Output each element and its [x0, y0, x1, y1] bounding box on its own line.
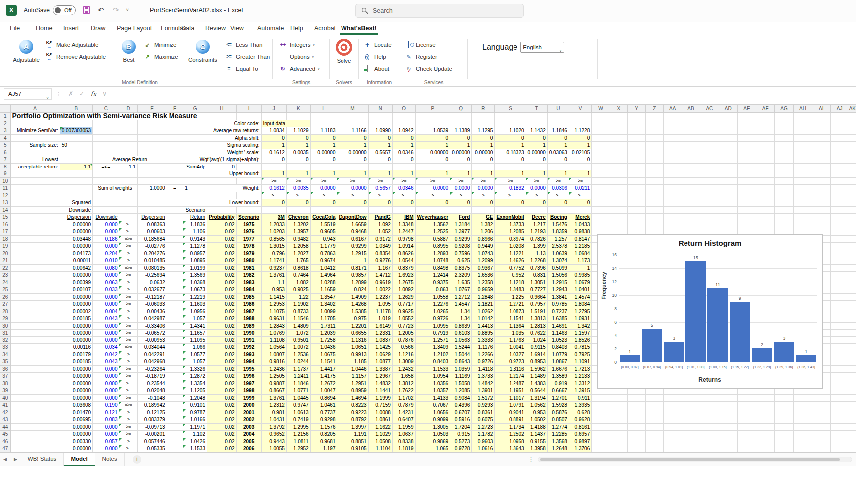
cell-S18[interactable]: 0.8974 — [495, 235, 526, 243]
grid-cell[interactable] — [849, 330, 856, 337]
cell-U28[interactable]: 0.7237 — [547, 308, 569, 315]
cell-T41[interactable]: 1.0562 — [526, 402, 547, 409]
grid-cell[interactable] — [775, 409, 794, 416]
cell-J45[interactable]: 0.9652 — [261, 431, 286, 438]
cell-N42[interactable]: 1.0088 — [368, 409, 392, 416]
cell-G30[interactable]: 1.4341 — [183, 322, 207, 330]
cell-V17[interactable]: 0.9838 — [569, 228, 591, 236]
grid-cell[interactable] — [646, 402, 664, 409]
grid-cell[interactable] — [830, 409, 849, 416]
cell-P19[interactable]: 0.8995 — [415, 243, 450, 250]
grid-cell[interactable] — [830, 293, 849, 301]
cell-K47[interactable]: 1.2952 — [286, 445, 310, 453]
grid-cell[interactable] — [610, 214, 628, 221]
grid-cell[interactable] — [663, 206, 682, 214]
cell-C46[interactable]: 0.057 — [93, 438, 119, 445]
cell-L9[interactable]: 1 — [310, 170, 337, 178]
cell-T12[interactable]: =>= — [526, 192, 547, 199]
grid-cell[interactable] — [167, 250, 183, 257]
cell-M5[interactable]: 1 — [337, 142, 368, 149]
column-header-AB[interactable]: AB — [682, 105, 700, 113]
grid-cell[interactable] — [849, 127, 856, 135]
cell-J20[interactable]: 0.796 — [261, 250, 286, 257]
grid-cell[interactable] — [830, 286, 849, 294]
grid-cell[interactable] — [830, 358, 849, 366]
grid-cell[interactable] — [628, 416, 646, 424]
grid-cell[interactable] — [207, 206, 237, 214]
cell-L10[interactable]: >= — [310, 177, 337, 185]
menu-tab-data[interactable]: Data — [180, 23, 195, 33]
cell-B47[interactable]: 0.00000 — [60, 445, 92, 453]
grid-cell[interactable] — [167, 416, 183, 424]
cell-C30[interactable]: 0.000 — [93, 322, 119, 330]
grid-cell[interactable] — [830, 330, 849, 337]
grid-cell[interactable] — [663, 192, 682, 199]
cell-D41[interactable]: =>= — [119, 402, 137, 409]
cell-Q30[interactable]: 0.8639 — [450, 322, 472, 330]
cell-H18[interactable]: 0.02 — [207, 235, 237, 243]
cell-N22[interactable]: 1.167 — [368, 264, 392, 272]
cell-P3[interactable]: 1.0539 — [415, 127, 450, 135]
cell-H8[interactable]: 0 — [207, 163, 237, 170]
cell-M16[interactable]: 1.6659 — [337, 221, 368, 228]
grid-cell[interactable] — [793, 402, 812, 409]
cell-H27[interactable]: 0.02 — [207, 301, 237, 308]
grid-cell[interactable] — [737, 438, 756, 445]
cell-I35[interactable]: 1994 — [236, 358, 261, 366]
cell-R20[interactable]: 1.0743 — [472, 250, 495, 257]
grid-cell[interactable] — [719, 394, 737, 402]
cell-J22[interactable]: 0.9237 — [261, 264, 286, 272]
cell-P7[interactable]: 0 — [415, 156, 450, 164]
grid-cell[interactable] — [812, 170, 830, 178]
row-header[interactable]: 3 — [0, 127, 11, 135]
cell-T18[interactable]: 0.7826 — [526, 235, 547, 243]
cell-V28[interactable]: 1.2795 — [569, 308, 591, 315]
grid-cell[interactable] — [167, 373, 183, 380]
cell-G14[interactable]: Scenario — [183, 206, 207, 214]
cell-H19[interactable]: 0.02 — [207, 243, 237, 250]
grid-cell[interactable] — [756, 149, 775, 156]
cell-D32[interactable]: >= — [119, 336, 137, 344]
grid-cell[interactable] — [700, 221, 719, 228]
grid-cell[interactable] — [60, 149, 92, 156]
grid-cell[interactable] — [495, 163, 526, 170]
cell-A5[interactable]: Sample size: — [10, 142, 60, 149]
grid-cell[interactable] — [682, 163, 700, 170]
license-button[interactable]: License — [404, 39, 452, 51]
cell-Q46[interactable]: 0.5273 — [450, 438, 472, 445]
menu-tab-draw[interactable]: Draw — [90, 23, 106, 33]
cell-R47[interactable]: 1.0616 — [472, 445, 495, 453]
menu-tab-insert[interactable]: Insert — [62, 23, 80, 33]
cell-P20[interactable]: 1.2893 — [415, 250, 450, 257]
cell-H37[interactable]: 0.02 — [207, 373, 237, 380]
cell-V42[interactable]: 0.628 — [569, 409, 591, 416]
grid-cell[interactable] — [793, 156, 812, 164]
grid-cell[interactable] — [756, 177, 775, 185]
grid-cell[interactable] — [592, 156, 610, 164]
grid-cell[interactable] — [756, 438, 775, 445]
row-header[interactable]: 34 — [0, 351, 11, 358]
cell-G45[interactable]: 1.102 — [183, 431, 207, 438]
cell-N41[interactable]: 0.7159 — [368, 402, 392, 409]
grid-cell[interactable] — [10, 235, 60, 243]
grid-cell[interactable] — [793, 127, 812, 135]
cell-N25[interactable]: 1.0022 — [368, 286, 392, 294]
grid-cell[interactable] — [10, 170, 60, 178]
cell-V34[interactable]: 0.7925 — [569, 351, 591, 358]
cell-T10[interactable]: >= — [526, 177, 547, 185]
grid-cell[interactable] — [812, 423, 830, 431]
cell-J37[interactable]: 1.2505 — [261, 373, 286, 380]
grid-cell[interactable] — [830, 423, 849, 431]
cell-K18[interactable]: 0.9482 — [286, 235, 310, 243]
grid-cell[interactable] — [737, 142, 756, 149]
cell-V25[interactable]: 1.0401 — [569, 286, 591, 294]
cell-N3[interactable]: 1.0990 — [368, 127, 392, 135]
grid-cell[interactable] — [812, 163, 830, 170]
grid-cell[interactable] — [719, 142, 737, 149]
row-header[interactable]: 24 — [0, 279, 11, 286]
cell-L32[interactable]: 1.7258 — [310, 336, 337, 344]
cell-P41[interactable]: 0.7067 — [415, 402, 450, 409]
cell-V41[interactable]: 1.3935 — [569, 402, 591, 409]
column-header-AI[interactable]: AI — [812, 105, 830, 113]
grid-cell[interactable] — [167, 423, 183, 431]
